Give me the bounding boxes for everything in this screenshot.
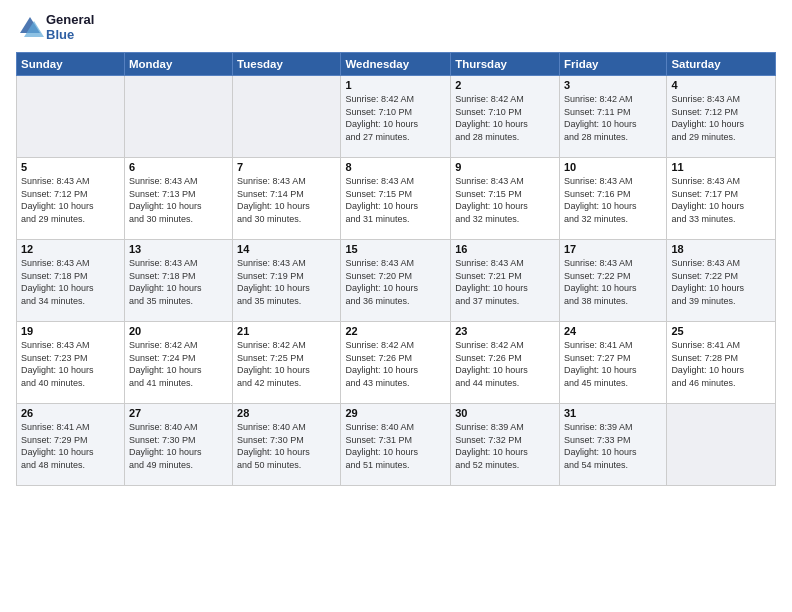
day-info: Sunrise: 8:42 AM Sunset: 7:10 PM Dayligh… bbox=[345, 93, 446, 143]
day-number: 25 bbox=[671, 325, 771, 337]
day-cell: 8Sunrise: 8:43 AM Sunset: 7:15 PM Daylig… bbox=[341, 158, 451, 240]
week-row-1: 1Sunrise: 8:42 AM Sunset: 7:10 PM Daylig… bbox=[17, 76, 776, 158]
day-cell: 18Sunrise: 8:43 AM Sunset: 7:22 PM Dayli… bbox=[667, 240, 776, 322]
logo: General Blue bbox=[16, 12, 94, 42]
page: General Blue SundayMondayTuesdayWednesda… bbox=[0, 0, 792, 612]
day-info: Sunrise: 8:41 AM Sunset: 7:27 PM Dayligh… bbox=[564, 339, 662, 389]
day-number: 17 bbox=[564, 243, 662, 255]
day-number: 23 bbox=[455, 325, 555, 337]
day-cell: 10Sunrise: 8:43 AM Sunset: 7:16 PM Dayli… bbox=[559, 158, 666, 240]
day-info: Sunrise: 8:42 AM Sunset: 7:26 PM Dayligh… bbox=[455, 339, 555, 389]
day-info: Sunrise: 8:43 AM Sunset: 7:15 PM Dayligh… bbox=[345, 175, 446, 225]
day-info: Sunrise: 8:43 AM Sunset: 7:18 PM Dayligh… bbox=[129, 257, 228, 307]
day-info: Sunrise: 8:43 AM Sunset: 7:21 PM Dayligh… bbox=[455, 257, 555, 307]
day-cell: 12Sunrise: 8:43 AM Sunset: 7:18 PM Dayli… bbox=[17, 240, 125, 322]
logo-icon bbox=[16, 13, 44, 41]
day-info: Sunrise: 8:40 AM Sunset: 7:30 PM Dayligh… bbox=[237, 421, 336, 471]
day-number: 3 bbox=[564, 79, 662, 91]
weekday-header-wednesday: Wednesday bbox=[341, 53, 451, 76]
day-cell: 26Sunrise: 8:41 AM Sunset: 7:29 PM Dayli… bbox=[17, 404, 125, 486]
day-number: 27 bbox=[129, 407, 228, 419]
day-number: 21 bbox=[237, 325, 336, 337]
day-number: 16 bbox=[455, 243, 555, 255]
day-cell: 20Sunrise: 8:42 AM Sunset: 7:24 PM Dayli… bbox=[124, 322, 232, 404]
day-cell: 3Sunrise: 8:42 AM Sunset: 7:11 PM Daylig… bbox=[559, 76, 666, 158]
header-row: SundayMondayTuesdayWednesdayThursdayFrid… bbox=[17, 53, 776, 76]
day-number: 15 bbox=[345, 243, 446, 255]
day-info: Sunrise: 8:39 AM Sunset: 7:33 PM Dayligh… bbox=[564, 421, 662, 471]
day-number: 26 bbox=[21, 407, 120, 419]
day-info: Sunrise: 8:43 AM Sunset: 7:23 PM Dayligh… bbox=[21, 339, 120, 389]
day-cell: 25Sunrise: 8:41 AM Sunset: 7:28 PM Dayli… bbox=[667, 322, 776, 404]
day-info: Sunrise: 8:41 AM Sunset: 7:28 PM Dayligh… bbox=[671, 339, 771, 389]
day-number: 11 bbox=[671, 161, 771, 173]
day-cell: 29Sunrise: 8:40 AM Sunset: 7:31 PM Dayli… bbox=[341, 404, 451, 486]
header: General Blue bbox=[16, 12, 776, 42]
day-info: Sunrise: 8:43 AM Sunset: 7:18 PM Dayligh… bbox=[21, 257, 120, 307]
day-number: 30 bbox=[455, 407, 555, 419]
day-cell: 1Sunrise: 8:42 AM Sunset: 7:10 PM Daylig… bbox=[341, 76, 451, 158]
day-number: 6 bbox=[129, 161, 228, 173]
day-number: 4 bbox=[671, 79, 771, 91]
day-info: Sunrise: 8:40 AM Sunset: 7:30 PM Dayligh… bbox=[129, 421, 228, 471]
weekday-header-friday: Friday bbox=[559, 53, 666, 76]
day-cell: 9Sunrise: 8:43 AM Sunset: 7:15 PM Daylig… bbox=[451, 158, 560, 240]
day-number: 5 bbox=[21, 161, 120, 173]
day-info: Sunrise: 8:42 AM Sunset: 7:11 PM Dayligh… bbox=[564, 93, 662, 143]
week-row-4: 19Sunrise: 8:43 AM Sunset: 7:23 PM Dayli… bbox=[17, 322, 776, 404]
day-cell: 6Sunrise: 8:43 AM Sunset: 7:13 PM Daylig… bbox=[124, 158, 232, 240]
day-info: Sunrise: 8:43 AM Sunset: 7:12 PM Dayligh… bbox=[671, 93, 771, 143]
day-number: 14 bbox=[237, 243, 336, 255]
day-info: Sunrise: 8:43 AM Sunset: 7:20 PM Dayligh… bbox=[345, 257, 446, 307]
day-info: Sunrise: 8:43 AM Sunset: 7:15 PM Dayligh… bbox=[455, 175, 555, 225]
day-number: 18 bbox=[671, 243, 771, 255]
day-number: 29 bbox=[345, 407, 446, 419]
day-number: 31 bbox=[564, 407, 662, 419]
day-number: 9 bbox=[455, 161, 555, 173]
day-info: Sunrise: 8:43 AM Sunset: 7:22 PM Dayligh… bbox=[671, 257, 771, 307]
day-info: Sunrise: 8:43 AM Sunset: 7:19 PM Dayligh… bbox=[237, 257, 336, 307]
day-cell: 14Sunrise: 8:43 AM Sunset: 7:19 PM Dayli… bbox=[233, 240, 341, 322]
day-info: Sunrise: 8:43 AM Sunset: 7:14 PM Dayligh… bbox=[237, 175, 336, 225]
day-number: 7 bbox=[237, 161, 336, 173]
day-info: Sunrise: 8:42 AM Sunset: 7:10 PM Dayligh… bbox=[455, 93, 555, 143]
day-number: 2 bbox=[455, 79, 555, 91]
weekday-header-monday: Monday bbox=[124, 53, 232, 76]
day-number: 22 bbox=[345, 325, 446, 337]
day-cell: 11Sunrise: 8:43 AM Sunset: 7:17 PM Dayli… bbox=[667, 158, 776, 240]
day-info: Sunrise: 8:43 AM Sunset: 7:12 PM Dayligh… bbox=[21, 175, 120, 225]
weekday-header-thursday: Thursday bbox=[451, 53, 560, 76]
day-cell bbox=[233, 76, 341, 158]
day-cell: 2Sunrise: 8:42 AM Sunset: 7:10 PM Daylig… bbox=[451, 76, 560, 158]
day-cell: 15Sunrise: 8:43 AM Sunset: 7:20 PM Dayli… bbox=[341, 240, 451, 322]
day-info: Sunrise: 8:39 AM Sunset: 7:32 PM Dayligh… bbox=[455, 421, 555, 471]
logo-text: General Blue bbox=[46, 12, 94, 42]
week-row-3: 12Sunrise: 8:43 AM Sunset: 7:18 PM Dayli… bbox=[17, 240, 776, 322]
week-row-5: 26Sunrise: 8:41 AM Sunset: 7:29 PM Dayli… bbox=[17, 404, 776, 486]
day-info: Sunrise: 8:40 AM Sunset: 7:31 PM Dayligh… bbox=[345, 421, 446, 471]
day-info: Sunrise: 8:41 AM Sunset: 7:29 PM Dayligh… bbox=[21, 421, 120, 471]
day-info: Sunrise: 8:43 AM Sunset: 7:13 PM Dayligh… bbox=[129, 175, 228, 225]
weekday-header-tuesday: Tuesday bbox=[233, 53, 341, 76]
day-cell: 13Sunrise: 8:43 AM Sunset: 7:18 PM Dayli… bbox=[124, 240, 232, 322]
day-cell: 31Sunrise: 8:39 AM Sunset: 7:33 PM Dayli… bbox=[559, 404, 666, 486]
day-cell: 4Sunrise: 8:43 AM Sunset: 7:12 PM Daylig… bbox=[667, 76, 776, 158]
week-row-2: 5Sunrise: 8:43 AM Sunset: 7:12 PM Daylig… bbox=[17, 158, 776, 240]
day-cell: 27Sunrise: 8:40 AM Sunset: 7:30 PM Dayli… bbox=[124, 404, 232, 486]
weekday-header-saturday: Saturday bbox=[667, 53, 776, 76]
day-cell: 17Sunrise: 8:43 AM Sunset: 7:22 PM Dayli… bbox=[559, 240, 666, 322]
calendar-table: SundayMondayTuesdayWednesdayThursdayFrid… bbox=[16, 52, 776, 486]
day-number: 10 bbox=[564, 161, 662, 173]
day-cell bbox=[17, 76, 125, 158]
day-cell: 28Sunrise: 8:40 AM Sunset: 7:30 PM Dayli… bbox=[233, 404, 341, 486]
day-cell bbox=[667, 404, 776, 486]
day-number: 12 bbox=[21, 243, 120, 255]
day-number: 28 bbox=[237, 407, 336, 419]
day-cell bbox=[124, 76, 232, 158]
day-cell: 7Sunrise: 8:43 AM Sunset: 7:14 PM Daylig… bbox=[233, 158, 341, 240]
day-cell: 30Sunrise: 8:39 AM Sunset: 7:32 PM Dayli… bbox=[451, 404, 560, 486]
weekday-header-sunday: Sunday bbox=[17, 53, 125, 76]
day-cell: 19Sunrise: 8:43 AM Sunset: 7:23 PM Dayli… bbox=[17, 322, 125, 404]
day-cell: 22Sunrise: 8:42 AM Sunset: 7:26 PM Dayli… bbox=[341, 322, 451, 404]
day-info: Sunrise: 8:43 AM Sunset: 7:22 PM Dayligh… bbox=[564, 257, 662, 307]
